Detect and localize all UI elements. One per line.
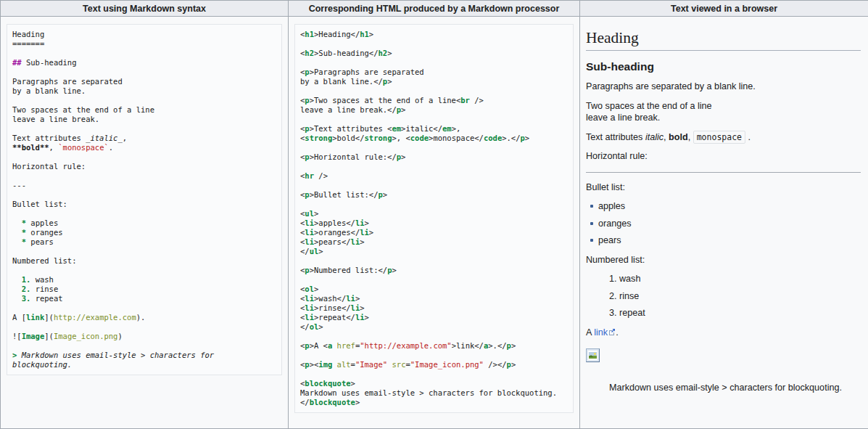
link-prefix: A <box>586 327 594 338</box>
bold-sample: bold <box>669 132 688 142</box>
code-line <box>12 303 276 313</box>
code-line <box>12 96 276 105</box>
markdown-source-code: Heading=======## Sub-headingParagraphs a… <box>12 30 276 369</box>
code-line: > Markdown uses email-style > characters… <box>12 351 276 360</box>
rendered-text-attributes: Text attributes italic, bold, monospace … <box>586 131 861 144</box>
code-line: <p>A <a href="http://example.com">link</… <box>300 341 568 351</box>
code-line <box>12 49 276 58</box>
list-item: pears <box>587 234 861 247</box>
list-item: repeat <box>619 307 861 319</box>
code-line <box>12 209 276 218</box>
browser-render-cell: Heading Sub-heading Paragraphs are separ… <box>580 17 868 429</box>
code-line: ![Image](Image_icon.png) <box>12 332 276 341</box>
link-suffix: . <box>616 327 619 338</box>
code-line: <h1>Heading</h1> <box>300 30 568 39</box>
rendered-subheading: Sub-heading <box>586 60 861 73</box>
code-line <box>300 39 568 49</box>
column-header-markdown: Text using Markdown syntax <box>1 1 289 17</box>
code-line: leave a line break. <box>12 115 276 124</box>
rendered-horizontal-rule <box>586 172 861 173</box>
code-line: Heading <box>12 30 276 39</box>
table-header-row: Text using Markdown syntax Corresponding… <box>1 1 868 17</box>
rendered-heading: Heading <box>586 29 861 51</box>
code-line <box>300 351 568 360</box>
line-break-text-2: leave a line break. <box>586 113 660 123</box>
rendered-blockquote: Markdown uses email-style > characters f… <box>609 382 861 394</box>
code-line <box>12 68 276 77</box>
code-line <box>300 181 568 190</box>
code-line: <p>Bullet list:</p> <box>300 190 568 200</box>
code-line: <ol> <box>300 285 568 294</box>
code-line <box>12 266 276 275</box>
code-line: <hr /> <box>300 171 568 181</box>
code-line: <p>Horizontal rule:</p> <box>300 152 568 162</box>
code-line <box>300 143 568 152</box>
html-output-prebox: <h1>Heading</h1><h2>Sub-heading</h2><p>P… <box>294 24 574 413</box>
code-line <box>12 152 276 162</box>
rendered-paragraph-1: Paragraphs are separated by a blank line… <box>586 81 861 93</box>
code-line: Paragraphs are separated <box>12 77 276 86</box>
list-item: apples <box>587 200 861 213</box>
code-line: </blockquote> <box>300 398 568 407</box>
code-line <box>300 332 568 341</box>
code-line: Numbered list: <box>12 256 276 266</box>
code-line: <li>pears</li> <box>300 237 568 247</box>
code-line <box>12 341 276 351</box>
markdown-comparison-table: Text using Markdown syntax Corresponding… <box>0 0 868 429</box>
code-line: * pears <box>12 237 276 247</box>
code-line: blockquoting. <box>12 360 276 369</box>
code-line: --- <box>12 181 276 190</box>
code-line: <strong>bold</strong>, <code>monospace</… <box>300 134 568 143</box>
line-break-text-1: Two spaces at the end of a line <box>586 101 712 111</box>
code-line: <li>apples</li> <box>300 218 568 228</box>
code-line: <li>wash</li> <box>300 294 568 303</box>
code-line: A [link](http://example.com). <box>12 313 276 322</box>
code-line: * apples <box>12 218 276 228</box>
rendered-link-paragraph: A link. <box>586 327 861 339</box>
code-line: Horizontal rule: <box>12 162 276 171</box>
rendered-numbered-label: Numbered list: <box>586 254 861 266</box>
code-line: <h2>Sub-heading</h2> <box>300 49 568 58</box>
italic-sample: italic <box>645 132 664 142</box>
code-line: ======= <box>12 39 276 49</box>
table-body-row: Heading=======## Sub-headingParagraphs a… <box>1 17 868 429</box>
html-output-cell: <h1>Heading</h1><h2>Sub-heading</h2><p>P… <box>289 17 580 429</box>
code-line: <li>repeat</li> <box>300 313 568 322</box>
code-line: leave a line break.</p> <box>300 105 568 115</box>
external-link-label[interactable]: link <box>594 327 608 338</box>
code-line <box>12 190 276 200</box>
code-line: <p>Numbered list:</p> <box>300 266 568 275</box>
rendered-hr-label: Horizontal rule: <box>586 150 861 163</box>
code-line: 1. wash <box>12 275 276 285</box>
code-line <box>12 247 276 256</box>
list-item: wash <box>619 273 861 285</box>
code-line <box>300 162 568 171</box>
rendered-paragraph-2: Two spaces at the end of a lineleave a l… <box>586 100 861 124</box>
code-line: Markdown uses email-style > characters f… <box>300 388 568 398</box>
code-line <box>300 58 568 68</box>
code-line: by a blank line.</p> <box>300 77 568 86</box>
code-line: Two spaces at the end of a line <box>12 105 276 115</box>
code-line <box>300 369 568 379</box>
image-placeholder-icon <box>586 348 600 362</box>
monospace-sample: monospace <box>693 131 745 144</box>
code-line: <ul> <box>300 209 568 218</box>
code-line: 2. rinse <box>12 285 276 294</box>
external-link-icon <box>608 327 616 339</box>
rendered-numbered-list: washrinserepeat <box>586 273 861 319</box>
attr-sep2: , <box>688 132 693 142</box>
code-line: </ul> <box>300 247 568 256</box>
code-line <box>12 171 276 181</box>
code-line: Bullet list: <box>12 200 276 209</box>
code-line: **bold**, `monospace`. <box>12 143 276 152</box>
code-line: ## Sub-heading <box>12 58 276 68</box>
rendered-bullet-list: applesorangespears <box>587 200 861 247</box>
code-line <box>300 256 568 266</box>
rendered-bullet-label: Bullet list: <box>586 181 861 194</box>
column-header-html: Corresponding HTML produced by a Markdow… <box>289 1 580 17</box>
code-line <box>300 115 568 124</box>
code-line: <p><img alt="Image" src="Image_icon.png"… <box>300 360 568 369</box>
code-line: 3. repeat <box>12 294 276 303</box>
code-line: <p>Two spaces at the end of a line<br /> <box>300 96 568 105</box>
external-link[interactable]: link <box>594 327 616 338</box>
